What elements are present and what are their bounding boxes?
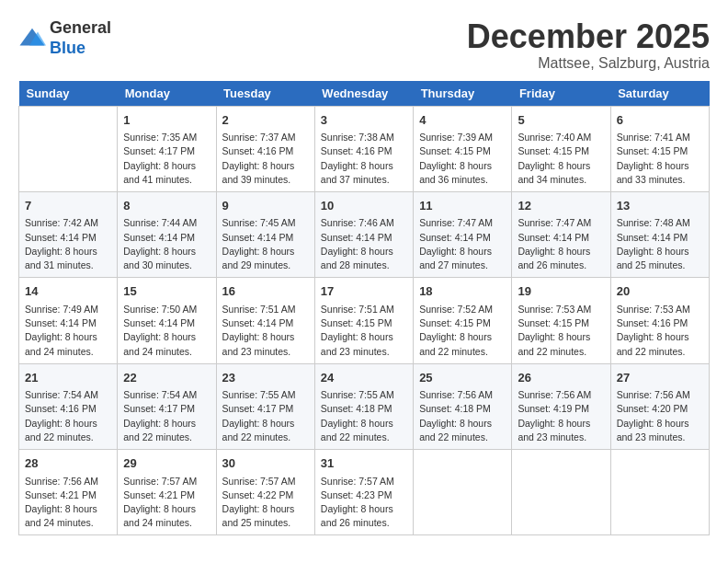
calendar-day-cell: 20Sunrise: 7:53 AM Sunset: 4:16 PM Dayli… [610, 278, 709, 363]
day-info: Sunrise: 7:47 AM Sunset: 4:14 PM Dayligh… [518, 216, 604, 272]
week-row: 7Sunrise: 7:42 AM Sunset: 4:14 PM Daylig… [19, 191, 710, 277]
day-info: Sunrise: 7:54 AM Sunset: 4:16 PM Dayligh… [25, 388, 111, 444]
day-number: 31 [321, 454, 407, 473]
calendar-day-cell: 17Sunrise: 7:51 AM Sunset: 4:15 PM Dayli… [314, 278, 413, 363]
calendar-day-cell: 28Sunrise: 7:56 AM Sunset: 4:21 PM Dayli… [19, 450, 118, 535]
logo-blue-text: Blue [50, 39, 85, 57]
day-info: Sunrise: 7:56 AM Sunset: 4:20 PM Dayligh… [617, 388, 703, 444]
month-title: December 2025 [467, 18, 710, 55]
calendar-day-cell: 2Sunrise: 7:37 AM Sunset: 4:16 PM Daylig… [216, 106, 314, 191]
day-info: Sunrise: 7:45 AM Sunset: 4:14 PM Dayligh… [222, 216, 309, 272]
empty-cell [414, 450, 512, 535]
calendar-day-cell: 15Sunrise: 7:50 AM Sunset: 4:14 PM Dayli… [118, 278, 216, 363]
day-info: Sunrise: 7:50 AM Sunset: 4:14 PM Dayligh… [123, 303, 210, 359]
page-header: General Blue December 2025 Mattsee, Salz… [18, 18, 710, 72]
title-section: December 2025 Mattsee, Salzburg, Austria [467, 18, 710, 72]
calendar-day-cell: 6Sunrise: 7:41 AM Sunset: 4:15 PM Daylig… [610, 106, 709, 191]
day-number: 4 [419, 111, 506, 130]
day-number: 1 [123, 111, 210, 130]
week-row: 14Sunrise: 7:49 AM Sunset: 4:14 PM Dayli… [19, 278, 710, 363]
day-number: 15 [123, 282, 210, 301]
day-info: Sunrise: 7:39 AM Sunset: 4:15 PM Dayligh… [419, 131, 506, 187]
location-title: Mattsee, Salzburg, Austria [467, 55, 710, 72]
day-number: 12 [518, 197, 604, 215]
day-number: 5 [518, 111, 604, 130]
calendar-day-cell: 4Sunrise: 7:39 AM Sunset: 4:15 PM Daylig… [414, 106, 512, 191]
day-info: Sunrise: 7:57 AM Sunset: 4:21 PM Dayligh… [123, 475, 210, 531]
calendar-day-cell: 21Sunrise: 7:54 AM Sunset: 4:16 PM Dayli… [19, 363, 118, 449]
day-number: 7 [25, 197, 111, 215]
logo-general-text: General [50, 18, 111, 37]
day-info: Sunrise: 7:47 AM Sunset: 4:14 PM Dayligh… [419, 216, 506, 272]
empty-cell [512, 450, 610, 535]
day-info: Sunrise: 7:53 AM Sunset: 4:16 PM Dayligh… [617, 303, 703, 359]
calendar-day-cell: 19Sunrise: 7:53 AM Sunset: 4:15 PM Dayli… [512, 278, 610, 363]
day-number: 21 [25, 369, 111, 387]
week-row: 28Sunrise: 7:56 AM Sunset: 4:21 PM Dayli… [19, 450, 710, 535]
day-info: Sunrise: 7:41 AM Sunset: 4:15 PM Dayligh… [617, 131, 703, 187]
empty-cell [19, 106, 118, 191]
day-of-week-header: Wednesday [314, 81, 413, 107]
day-number: 24 [321, 369, 407, 387]
calendar-day-cell: 1Sunrise: 7:35 AM Sunset: 4:17 PM Daylig… [118, 106, 216, 191]
day-of-week-header: Saturday [610, 81, 709, 107]
day-number: 18 [419, 282, 506, 301]
calendar-day-cell: 10Sunrise: 7:46 AM Sunset: 4:14 PM Dayli… [314, 191, 413, 277]
week-row: 1Sunrise: 7:35 AM Sunset: 4:17 PM Daylig… [19, 106, 710, 191]
day-number: 10 [321, 197, 407, 215]
day-number: 2 [222, 111, 309, 130]
day-info: Sunrise: 7:42 AM Sunset: 4:14 PM Dayligh… [25, 216, 111, 272]
day-number: 3 [321, 111, 407, 130]
day-info: Sunrise: 7:38 AM Sunset: 4:16 PM Dayligh… [321, 131, 407, 187]
day-info: Sunrise: 7:55 AM Sunset: 4:17 PM Dayligh… [222, 388, 309, 444]
calendar-day-cell: 12Sunrise: 7:47 AM Sunset: 4:14 PM Dayli… [512, 191, 610, 277]
day-number: 28 [25, 454, 111, 473]
day-of-week-header: Thursday [414, 81, 512, 107]
calendar-day-cell: 9Sunrise: 7:45 AM Sunset: 4:14 PM Daylig… [216, 191, 314, 277]
calendar-day-cell: 5Sunrise: 7:40 AM Sunset: 4:15 PM Daylig… [512, 106, 610, 191]
calendar-day-cell: 31Sunrise: 7:57 AM Sunset: 4:23 PM Dayli… [314, 450, 413, 535]
day-of-week-header: Sunday [19, 81, 118, 107]
calendar-table: SundayMondayTuesdayWednesdayThursdayFrid… [18, 81, 710, 536]
calendar-day-cell: 7Sunrise: 7:42 AM Sunset: 4:14 PM Daylig… [19, 191, 118, 277]
day-number: 13 [617, 197, 703, 215]
day-info: Sunrise: 7:51 AM Sunset: 4:14 PM Dayligh… [222, 303, 309, 359]
day-number: 19 [518, 282, 604, 301]
calendar-day-cell: 18Sunrise: 7:52 AM Sunset: 4:15 PM Dayli… [414, 278, 512, 363]
day-number: 20 [617, 282, 703, 301]
day-info: Sunrise: 7:55 AM Sunset: 4:18 PM Dayligh… [321, 388, 407, 444]
calendar-day-cell: 8Sunrise: 7:44 AM Sunset: 4:14 PM Daylig… [118, 191, 216, 277]
day-of-week-header: Friday [512, 81, 610, 107]
day-info: Sunrise: 7:37 AM Sunset: 4:16 PM Dayligh… [222, 131, 309, 187]
day-number: 8 [123, 197, 210, 215]
calendar-day-cell: 3Sunrise: 7:38 AM Sunset: 4:16 PM Daylig… [314, 106, 413, 191]
day-info: Sunrise: 7:51 AM Sunset: 4:15 PM Dayligh… [321, 303, 407, 359]
logo: General Blue [18, 18, 111, 58]
calendar-day-cell: 13Sunrise: 7:48 AM Sunset: 4:14 PM Dayli… [610, 191, 709, 277]
calendar-day-cell: 25Sunrise: 7:56 AM Sunset: 4:18 PM Dayli… [414, 363, 512, 449]
calendar-day-cell: 14Sunrise: 7:49 AM Sunset: 4:14 PM Dayli… [19, 278, 118, 363]
day-info: Sunrise: 7:56 AM Sunset: 4:21 PM Dayligh… [25, 475, 111, 531]
logo-icon [18, 25, 46, 52]
day-info: Sunrise: 7:57 AM Sunset: 4:23 PM Dayligh… [321, 475, 407, 531]
calendar-day-cell: 27Sunrise: 7:56 AM Sunset: 4:20 PM Dayli… [610, 363, 709, 449]
day-info: Sunrise: 7:57 AM Sunset: 4:22 PM Dayligh… [222, 475, 309, 531]
calendar-day-cell: 16Sunrise: 7:51 AM Sunset: 4:14 PM Dayli… [216, 278, 314, 363]
day-of-week-header: Monday [118, 81, 216, 107]
calendar-day-cell: 24Sunrise: 7:55 AM Sunset: 4:18 PM Dayli… [314, 363, 413, 449]
calendar-day-cell: 29Sunrise: 7:57 AM Sunset: 4:21 PM Dayli… [118, 450, 216, 535]
calendar-day-cell: 23Sunrise: 7:55 AM Sunset: 4:17 PM Dayli… [216, 363, 314, 449]
day-info: Sunrise: 7:35 AM Sunset: 4:17 PM Dayligh… [123, 131, 210, 187]
day-info: Sunrise: 7:53 AM Sunset: 4:15 PM Dayligh… [518, 303, 604, 359]
day-number: 27 [617, 369, 703, 387]
day-number: 30 [222, 454, 309, 473]
day-number: 6 [617, 111, 703, 130]
day-info: Sunrise: 7:56 AM Sunset: 4:18 PM Dayligh… [419, 388, 506, 444]
day-number: 23 [222, 369, 309, 387]
calendar-day-cell: 22Sunrise: 7:54 AM Sunset: 4:17 PM Dayli… [118, 363, 216, 449]
day-info: Sunrise: 7:52 AM Sunset: 4:15 PM Dayligh… [419, 303, 506, 359]
day-number: 16 [222, 282, 309, 301]
day-number: 26 [518, 369, 604, 387]
day-number: 11 [419, 197, 506, 215]
calendar-header-row: SundayMondayTuesdayWednesdayThursdayFrid… [19, 81, 710, 107]
